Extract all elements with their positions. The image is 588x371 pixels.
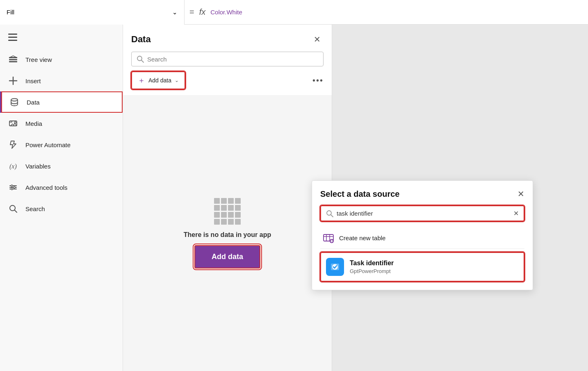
add-data-big-button[interactable]: Add data [194,245,260,269]
svg-line-19 [15,210,17,213]
canvas-area: Data ✕ ＋ Add data ⌄ ••• [123,25,588,371]
task-identifier-name: Task identifier [350,259,394,267]
grid-cell [221,205,227,211]
search-icon [8,204,18,214]
svg-point-17 [11,188,13,190]
sidebar-item-data[interactable]: Data [0,91,123,113]
search-icon-data-panel [137,55,144,63]
sidebar-label-power-automate: Power Automate [25,141,71,148]
media-icon [8,118,18,128]
data-panel-toolbar: ＋ Add data ⌄ ••• [123,71,332,95]
plus-icon: ＋ [138,75,145,85]
variable-icon: (x) [8,161,18,171]
formula-bar: Fill ⌄ = fx Color.White [0,0,588,25]
grid-cell [228,219,234,225]
task-identifier-subtitle: GptPowerPrompt [350,268,394,274]
fx-label: fx [199,7,211,17]
task-identifier-icon [326,258,344,276]
svg-point-22 [327,211,331,215]
data-panel-close-button[interactable]: ✕ [310,33,324,46]
create-new-table-item[interactable]: Create new table [320,227,524,249]
svg-point-16 [14,187,15,188]
sidebar-label-advanced-tools: Advanced tools [25,184,68,191]
task-identifier-info: Task identifier GptPowerPrompt [350,259,394,274]
plus-icon [8,76,18,86]
data-panel-body: There is no data in your app Add data [123,95,332,371]
data-panel-title: Data [131,34,151,45]
sidebar-label-media: Media [25,120,42,127]
no-data-text: There is no data in your app [184,231,271,239]
sidebar-item-media[interactable]: Media [0,113,123,134]
grid-cell [235,205,241,211]
grid-cell [214,219,220,225]
select-source-search-input[interactable] [337,210,510,217]
select-source-title: Select a data source [320,189,399,199]
svg-rect-2 [8,40,17,41]
grid-cell [214,198,220,204]
sidebar: Tree view Insert Data [0,25,123,371]
svg-line-21 [141,60,144,62]
svg-line-23 [331,215,333,217]
sidebar-item-tree-view[interactable]: Tree view [0,49,123,70]
clear-search-button[interactable]: ✕ [513,209,519,217]
sidebar-item-variables[interactable]: (x) Variables [0,155,123,177]
grid-cell [235,212,241,218]
svg-point-15 [11,185,13,187]
grid-cell [228,212,234,218]
svg-rect-0 [8,34,17,35]
tools-icon [8,182,18,192]
property-select[interactable]: Fill ⌄ [0,0,185,25]
sidebar-item-advanced-tools[interactable]: Advanced tools [0,177,123,198]
layers-icon [8,55,18,64]
search-icon-select-source [326,210,333,217]
grid-cell [235,219,241,225]
grid-cell [214,212,220,218]
sidebar-label-data: Data [27,99,40,106]
grid-cell [221,219,227,225]
grid-cell [235,198,241,204]
svg-rect-1 [8,37,17,38]
main-layout: Tree view Insert Data [0,25,588,371]
chevron-down-icon: ⌄ [172,9,178,16]
grid-cell [228,205,234,211]
sidebar-item-power-automate[interactable]: Power Automate [0,134,123,155]
grid-cell [221,212,227,218]
create-table-icon [322,231,335,244]
sidebar-label-search: Search [25,205,45,212]
select-source-panel: Select a data source ✕ ✕ [312,180,533,290]
database-icon [9,97,19,107]
sidebar-label-tree-view: Tree view [25,56,52,63]
property-label: Fill [7,9,14,16]
add-data-label: Add data [148,77,171,84]
sidebar-item-search[interactable]: Search [0,198,123,219]
formula-value[interactable]: Color.White [210,9,242,16]
add-data-button[interactable]: ＋ Add data ⌄ [131,71,185,89]
data-panel-header: Data ✕ [123,25,332,50]
task-identifier-result-item[interactable]: Task identifier GptPowerPrompt [320,252,524,282]
svg-text:(x): (x) [9,163,17,170]
data-panel: Data ✕ ＋ Add data ⌄ ••• [123,25,332,371]
grid-cell [221,198,227,204]
data-panel-search-bar[interactable] [131,52,324,66]
sidebar-label-variables: Variables [25,163,50,170]
create-new-table-label: Create new table [339,234,385,241]
sidebar-item-insert[interactable]: Insert [0,70,123,91]
no-data-grid-icon [214,198,241,225]
svg-rect-5 [9,61,17,62]
svg-rect-4 [9,59,17,60]
grid-cell [228,198,234,204]
select-source-search-bar[interactable]: ✕ [320,205,524,221]
select-source-close-button[interactable]: ✕ [517,189,524,199]
svg-point-8 [11,99,18,101]
lightning-icon [8,140,18,150]
equals-sign: = [185,7,199,17]
more-options-button[interactable]: ••• [312,76,324,85]
data-panel-search-input[interactable] [147,56,318,63]
chevron-down-icon: ⌄ [175,77,179,83]
grid-cell [214,205,220,211]
sidebar-label-insert: Insert [25,77,41,84]
hamburger-menu[interactable] [0,28,123,49]
select-source-header: Select a data source ✕ [320,189,524,199]
svg-point-20 [137,56,142,61]
